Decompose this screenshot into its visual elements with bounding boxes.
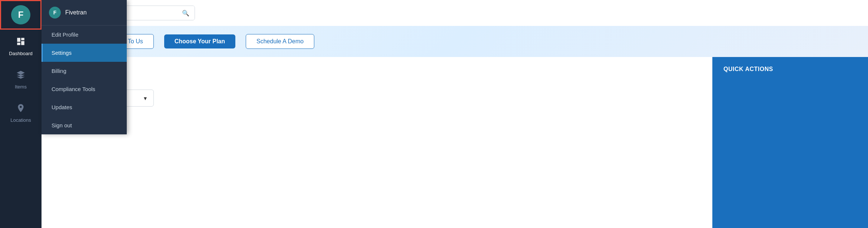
sidebar-item-dashboard-label: Dashboard [9,51,33,56]
trial-banner: ing in 15 Days Talk To Us Choose Your Pl… [42,26,868,57]
main-content: All ▾ 🔍 ing in 15 Days Talk To Us Choose… [42,0,868,228]
dropdown-item-updates[interactable]: Updates [42,98,127,116]
sidebar-item-locations[interactable]: Locations [0,96,42,130]
locations-icon [16,103,26,115]
sidebar-item-items[interactable]: Items [0,63,42,96]
user-dropdown-menu: F Fivetran Edit Profile Settings Billing… [42,0,127,134]
search-submit-button[interactable]: 🔍 [177,6,195,20]
choose-plan-button[interactable]: Choose Your Plan [164,34,235,48]
magnifier-icon: 🔍 [182,10,189,17]
dropdown-header: F Fivetran [42,0,127,26]
schedule-demo-button[interactable]: Schedule A Demo [246,34,314,49]
sidebar-item-locations-label: Locations [10,117,31,123]
dropdown-item-compliance-tools[interactable]: Compliance Tools [42,80,127,98]
sidebar-item-items-label: Items [15,84,27,90]
items-icon [16,70,26,82]
dropdown-item-edit-profile[interactable]: Edit Profile [42,26,127,44]
sidebar: F Dashboard Items Locations [0,0,42,228]
logo-avatar: F [11,5,30,24]
dropdown-item-billing[interactable]: Billing [42,62,127,80]
dropdown-item-sign-out[interactable]: Sign out [42,116,127,134]
quick-actions-panel: QUICK ACTIONS [712,57,868,228]
filter-row: 📅 Location ▾ [56,90,698,107]
dropdown-avatar: F [49,7,61,19]
dashboard-icon [16,37,26,48]
dashboard-left-panel: oard 📅 Location ▾ Overall Stats [42,57,712,228]
sidebar-logo[interactable]: F [0,0,42,30]
quick-actions-title: QUICK ACTIONS [723,66,773,72]
dashboard-area: oard 📅 Location ▾ Overall Stats QUICK AC… [42,57,868,228]
page-title: oard [56,68,698,81]
topbar: All ▾ 🔍 [42,0,868,26]
overall-stats-section: Overall Stats [56,118,698,125]
chevron-down-icon: ▾ [144,95,147,102]
dropdown-company-name: Fivetran [65,9,87,16]
dropdown-item-settings[interactable]: Settings [42,44,127,62]
sidebar-item-dashboard[interactable]: Dashboard [0,30,42,63]
